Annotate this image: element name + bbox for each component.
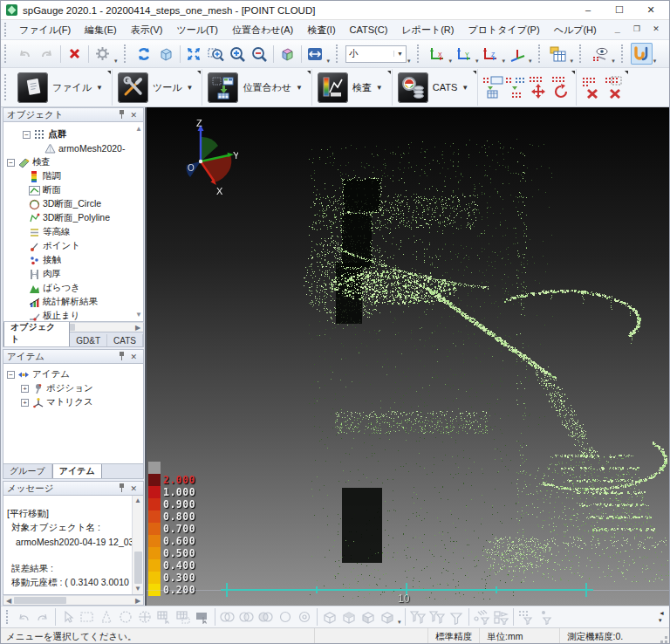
menu-prototype[interactable]: プロトタイプ(P) xyxy=(461,21,546,39)
group-overflow[interactable] xyxy=(107,71,111,74)
settings-button[interactable] xyxy=(92,43,113,65)
scroll-right-icon[interactable]: ▶ xyxy=(133,597,143,605)
delete-points-button[interactable] xyxy=(580,74,603,100)
tree-item-matrix[interactable]: + マトリクス xyxy=(3,395,143,409)
tab-gdt[interactable]: GD&T xyxy=(70,334,107,346)
filter-object-button[interactable] xyxy=(491,608,510,627)
mdi-restore-button[interactable]: ❐ xyxy=(631,24,643,36)
tree-item-point[interactable]: ポイント xyxy=(3,239,143,253)
pin-icon[interactable] xyxy=(116,110,127,120)
select-undo-button[interactable] xyxy=(14,608,33,627)
toolbar-overflow[interactable]: ▾ xyxy=(528,58,533,66)
tree-item-thickness[interactable]: 肉厚 xyxy=(3,267,143,281)
select-cube-back-button[interactable] xyxy=(339,608,359,627)
select-single-button[interactable] xyxy=(276,608,295,627)
group-overflow[interactable] xyxy=(473,71,476,74)
expand-icon[interactable]: + xyxy=(21,399,29,407)
mdi-minimize-button[interactable]: ＿ xyxy=(612,24,624,36)
view-zx-button[interactable]: Z xyxy=(480,43,502,65)
select-circle-button[interactable] xyxy=(116,608,135,627)
select-rectangle-button[interactable] xyxy=(78,608,97,627)
pin-icon[interactable] xyxy=(116,483,127,494)
select-cube-left-button[interactable] xyxy=(359,608,378,627)
message-hscrollbar[interactable]: ◀ ▶ xyxy=(3,595,144,606)
select-circle-center-button[interactable] xyxy=(135,608,154,627)
select-pointer-button[interactable] xyxy=(58,608,78,627)
refresh-view-button[interactable] xyxy=(133,43,155,65)
mdi-close-button[interactable]: ✕ xyxy=(650,24,662,36)
cats-menu-button[interactable]: CATS▼ xyxy=(396,71,474,105)
menu-view[interactable]: 表示(V) xyxy=(124,21,170,39)
spgauge-mode-button[interactable] xyxy=(631,43,653,65)
toolbar-overflow[interactable]: ▾ xyxy=(570,58,575,66)
menu-cats[interactable]: CATS(C) xyxy=(343,22,395,38)
scrollbar-thumb[interactable] xyxy=(134,552,142,584)
scroll-down-icon[interactable]: ▼ xyxy=(135,311,142,319)
tree-item-contour[interactable]: 等高線 xyxy=(3,225,143,239)
close-panel-icon[interactable]: ✕ xyxy=(127,484,140,493)
toolbar-overflow[interactable]: ▾ xyxy=(407,58,412,66)
select-polygon-button[interactable] xyxy=(97,608,116,627)
tree-item-contact[interactable]: 接触 xyxy=(3,253,143,267)
rotate-points-button[interactable] xyxy=(550,74,572,100)
toolbar-overflow[interactable]: ▾ xyxy=(113,58,119,66)
undo-button[interactable] xyxy=(14,43,36,65)
new-window-button[interactable] xyxy=(548,43,570,65)
scrollbar-thumb[interactable] xyxy=(14,597,66,604)
visibility-button[interactable] xyxy=(589,43,611,65)
filter-button[interactable] xyxy=(447,608,466,627)
menu-report[interactable]: レポート(R) xyxy=(394,21,461,39)
view-yz-button[interactable]: Y xyxy=(453,43,475,65)
message-vscrollbar[interactable]: ▲ ▼ xyxy=(132,496,143,594)
close-button[interactable]: ✕ xyxy=(641,4,660,16)
point-size-select[interactable]: 小 ▼ xyxy=(345,45,407,63)
maximize-button[interactable]: ☐ xyxy=(610,4,629,16)
toolbar-overflow[interactable]: ▾ xyxy=(653,58,658,66)
tree-item-items[interactable]: − アイテム xyxy=(3,367,143,381)
filter-lines-button[interactable] xyxy=(472,608,491,627)
select-redo-button[interactable] xyxy=(33,608,52,627)
tree-item-section[interactable]: 断面 xyxy=(3,183,143,197)
scroll-up-icon[interactable]: ▲ xyxy=(135,125,142,133)
viewport-3d[interactable]: Z Y X O 2.000 1.000 0.900 0.800 0.700 0.… xyxy=(145,107,669,606)
tab-items[interactable]: アイテム xyxy=(52,462,102,478)
select-grid-button[interactable] xyxy=(154,608,174,627)
menu-help[interactable]: ヘルプ(H) xyxy=(547,21,604,39)
tree-item-3dsection-circle[interactable]: 3D断面_Circle xyxy=(3,197,143,211)
toolbar-overflow[interactable]: ▾ xyxy=(611,58,616,66)
resize-grip[interactable] xyxy=(657,628,669,644)
group-overflow[interactable] xyxy=(307,71,311,74)
zoom-window-button[interactable] xyxy=(205,43,227,65)
tools-menu-button[interactable]: ツール▼ xyxy=(116,71,198,105)
show-points-monitor-button[interactable] xyxy=(482,74,504,100)
pin-icon[interactable] xyxy=(116,352,127,362)
align-menu-button[interactable]: 位置合わせ▼ xyxy=(206,71,307,105)
menu-edit[interactable]: 編集(E) xyxy=(78,21,124,39)
tree-item-inspect[interactable]: − 検査 xyxy=(3,155,143,169)
move-points-button[interactable] xyxy=(527,74,550,100)
collapse-icon[interactable]: − xyxy=(7,159,15,167)
collapse-icon[interactable]: − xyxy=(7,371,15,379)
expand-icon[interactable]: + xyxy=(21,385,29,393)
scroll-right-icon[interactable]: ▶ xyxy=(133,324,143,332)
menu-alignment[interactable]: 位置合わせ(A) xyxy=(225,21,300,39)
select-cube-right-button[interactable] xyxy=(378,608,397,627)
toolbar-overflow-right[interactable]: ◄▾ xyxy=(659,611,667,623)
select-union-button[interactable] xyxy=(218,608,237,627)
redo-button[interactable] xyxy=(36,43,58,65)
tree-item-edge[interactable]: 板止まり xyxy=(3,309,143,322)
tab-objects[interactable]: オブジェクト xyxy=(3,319,70,346)
delete-button[interactable] xyxy=(64,43,85,65)
filter-grid-button[interactable] xyxy=(516,608,536,627)
tree-item-pointcloud[interactable]: − 点群 xyxy=(3,127,143,141)
fit-view-button[interactable] xyxy=(183,43,205,65)
tab-group[interactable]: グループ xyxy=(3,463,52,478)
scroll-down-icon[interactable]: ▼ xyxy=(134,584,141,594)
zoom-out-button[interactable] xyxy=(249,43,270,65)
tree-item-statistics[interactable]: 統計解析結果 xyxy=(3,295,143,309)
tree-item-position[interactable]: + ポジション xyxy=(3,381,143,395)
menu-inspect[interactable]: 検査(I) xyxy=(300,21,342,39)
collapse-icon[interactable]: − xyxy=(23,131,31,139)
tree-item-scatter[interactable]: ばらつき xyxy=(3,281,143,295)
tree-item-gradation[interactable]: 階調 xyxy=(3,169,143,183)
